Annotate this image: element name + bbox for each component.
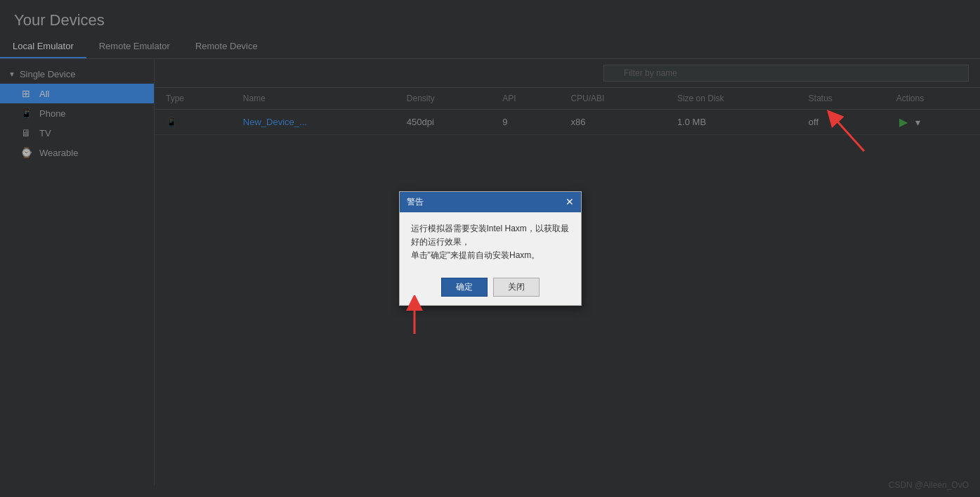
- dialog-title-bar: 警告 ✕: [400, 192, 581, 212]
- dialog-close-x-button[interactable]: ✕: [566, 197, 574, 207]
- dialog-message-line1: 运行模拟器需要安装Intel Haxm，以获取最好的运行效果，: [411, 224, 569, 247]
- dialog-title: 警告: [407, 196, 424, 208]
- dialog-ok-button[interactable]: 确定: [441, 278, 488, 297]
- dialog-close-button[interactable]: 关闭: [493, 278, 540, 297]
- arrow-annotation-run: [825, 109, 868, 158]
- dialog-message-line2: 单击"确定"来提前自动安装Haxm。: [411, 250, 540, 260]
- dialog-body: 运行模拟器需要安装Intel Haxm，以获取最好的运行效果， 单击"确定"来提…: [400, 212, 581, 273]
- dialog-footer: 确定 关闭: [400, 272, 581, 305]
- svg-line-3: [832, 116, 864, 151]
- dialog-overlay: 警告 ✕ 运行模拟器需要安装Intel Haxm，以获取最好的运行效果， 单击"…: [0, 0, 980, 497]
- warning-dialog: 警告 ✕ 运行模拟器需要安装Intel Haxm，以获取最好的运行效果， 单击"…: [399, 191, 582, 306]
